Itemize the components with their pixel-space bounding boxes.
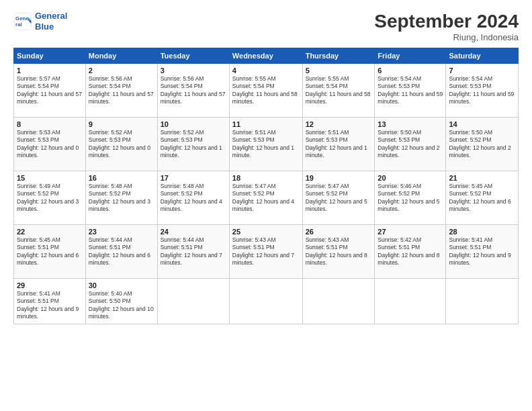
day-number: 1 [17,66,83,75]
col-header-sunday: Sunday [14,48,86,64]
calendar-cell: 1Sunrise: 5:57 AMSunset: 5:54 PMDaylight… [14,64,86,118]
calendar-cell: 13Sunrise: 5:50 AMSunset: 5:53 PMDayligh… [375,118,446,171]
calendar-week-row: 8Sunrise: 5:53 AMSunset: 5:53 PMDaylight… [14,118,519,171]
page: Gene ral General Blue September 2024 Riu… [0,0,532,411]
calendar-cell: 15Sunrise: 5:49 AMSunset: 5:52 PMDayligh… [14,171,86,225]
day-info: Sunrise: 5:57 AMSunset: 5:54 PMDaylight:… [17,75,83,106]
day-number: 6 [378,66,443,75]
day-number: 4 [232,66,300,75]
calendar-cell: 7Sunrise: 5:54 AMSunset: 5:53 PMDaylight… [446,64,519,118]
day-info: Sunrise: 5:42 AMSunset: 5:51 PMDaylight:… [378,236,443,267]
day-number: 5 [306,66,372,75]
day-number: 17 [161,174,226,182]
month-title: September 2024 [374,11,519,32]
day-info: Sunrise: 5:40 AMSunset: 5:50 PMDaylight:… [89,290,154,321]
day-number: 24 [161,228,226,236]
calendar-cell: 17Sunrise: 5:48 AMSunset: 5:52 PMDayligh… [157,171,229,225]
calendar-week-row: 1Sunrise: 5:57 AMSunset: 5:54 PMDaylight… [14,64,519,118]
calendar-cell: 3Sunrise: 5:56 AMSunset: 5:54 PMDaylight… [157,64,229,118]
day-info: Sunrise: 5:47 AMSunset: 5:52 PMDaylight:… [232,183,300,214]
calendar-cell [302,279,375,324]
day-number: 29 [17,281,83,289]
day-info: Sunrise: 5:55 AMSunset: 5:54 PMDaylight:… [232,75,300,106]
day-number: 27 [378,228,443,236]
logo-line2: Blue [35,21,54,32]
calendar-cell: 21Sunrise: 5:45 AMSunset: 5:52 PMDayligh… [446,171,519,225]
calendar-cell: 2Sunrise: 5:56 AMSunset: 5:54 PMDaylight… [85,64,157,118]
calendar-header-row: SundayMondayTuesdayWednesdayThursdayFrid… [14,48,519,64]
calendar-week-row: 15Sunrise: 5:49 AMSunset: 5:52 PMDayligh… [14,171,519,225]
calendar-cell: 25Sunrise: 5:43 AMSunset: 5:51 PMDayligh… [229,225,302,279]
day-info: Sunrise: 5:48 AMSunset: 5:52 PMDaylight:… [161,183,226,214]
day-info: Sunrise: 5:43 AMSunset: 5:51 PMDaylight:… [232,236,300,267]
day-info: Sunrise: 5:41 AMSunset: 5:51 PMDaylight:… [449,236,515,267]
calendar-cell: 29Sunrise: 5:41 AMSunset: 5:51 PMDayligh… [14,279,86,324]
day-info: Sunrise: 5:47 AMSunset: 5:52 PMDaylight:… [306,183,372,214]
calendar-table: SundayMondayTuesdayWednesdayThursdayFrid… [13,48,519,324]
day-info: Sunrise: 5:43 AMSunset: 5:51 PMDaylight:… [306,236,372,267]
day-info: Sunrise: 5:52 AMSunset: 5:53 PMDaylight:… [161,129,226,160]
day-number: 10 [161,120,226,128]
col-header-saturday: Saturday [446,48,519,64]
day-info: Sunrise: 5:50 AMSunset: 5:53 PMDaylight:… [378,129,443,160]
calendar-cell: 18Sunrise: 5:47 AMSunset: 5:52 PMDayligh… [229,171,302,225]
day-number: 19 [306,174,372,182]
calendar-cell: 12Sunrise: 5:51 AMSunset: 5:53 PMDayligh… [302,118,375,171]
day-info: Sunrise: 5:45 AMSunset: 5:52 PMDaylight:… [449,183,515,214]
col-header-tuesday: Tuesday [157,48,229,64]
calendar-cell: 5Sunrise: 5:55 AMSunset: 5:54 PMDaylight… [302,64,375,118]
day-info: Sunrise: 5:52 AMSunset: 5:53 PMDaylight:… [89,129,154,160]
calendar-cell: 26Sunrise: 5:43 AMSunset: 5:51 PMDayligh… [302,225,375,279]
col-header-monday: Monday [85,48,157,64]
day-number: 3 [161,66,226,75]
col-header-friday: Friday [375,48,446,64]
calendar-cell: 20Sunrise: 5:46 AMSunset: 5:52 PMDayligh… [375,171,446,225]
day-info: Sunrise: 5:53 AMSunset: 5:53 PMDaylight:… [17,129,83,160]
calendar-cell: 11Sunrise: 5:51 AMSunset: 5:53 PMDayligh… [229,118,302,171]
day-number: 11 [232,120,300,128]
logo-line1: General [35,11,67,21]
day-number: 23 [89,228,154,236]
calendar-cell: 10Sunrise: 5:52 AMSunset: 5:53 PMDayligh… [157,118,229,171]
day-number: 25 [232,228,300,236]
svg-text:ral: ral [15,21,22,28]
day-info: Sunrise: 5:48 AMSunset: 5:52 PMDaylight:… [89,183,154,214]
day-info: Sunrise: 5:49 AMSunset: 5:52 PMDaylight:… [17,183,83,214]
logo-icon: Gene ral [13,12,32,31]
calendar-cell: 24Sunrise: 5:44 AMSunset: 5:51 PMDayligh… [157,225,229,279]
day-info: Sunrise: 5:41 AMSunset: 5:51 PMDaylight:… [17,290,83,321]
day-number: 12 [306,120,372,128]
day-info: Sunrise: 5:44 AMSunset: 5:51 PMDaylight:… [161,236,226,267]
day-number: 15 [17,174,83,182]
calendar-cell [446,279,519,324]
calendar-cell: 19Sunrise: 5:47 AMSunset: 5:52 PMDayligh… [302,171,375,225]
day-info: Sunrise: 5:51 AMSunset: 5:53 PMDaylight:… [232,129,300,160]
calendar-cell: 14Sunrise: 5:50 AMSunset: 5:52 PMDayligh… [446,118,519,171]
day-number: 8 [17,120,83,128]
day-number: 28 [449,228,515,236]
day-number: 13 [378,120,443,128]
day-info: Sunrise: 5:45 AMSunset: 5:51 PMDaylight:… [17,236,83,267]
day-number: 30 [89,281,154,289]
day-number: 9 [89,120,154,128]
day-number: 26 [306,228,372,236]
location: Riung, Indonesia [374,32,519,42]
day-number: 22 [17,228,83,236]
calendar-cell [157,279,229,324]
calendar-cell: 22Sunrise: 5:45 AMSunset: 5:51 PMDayligh… [14,225,86,279]
logo-text: General Blue [35,11,67,32]
day-info: Sunrise: 5:56 AMSunset: 5:54 PMDaylight:… [89,75,154,106]
calendar-cell: 16Sunrise: 5:48 AMSunset: 5:52 PMDayligh… [85,171,157,225]
title-block: September 2024 Riung, Indonesia [374,11,519,42]
day-number: 16 [89,174,154,182]
day-number: 14 [449,120,515,128]
day-number: 21 [449,174,515,182]
day-number: 2 [89,66,154,75]
header: Gene ral General Blue September 2024 Riu… [13,11,519,42]
col-header-thursday: Thursday [302,48,375,64]
svg-text:Gene: Gene [15,15,29,21]
calendar-cell [229,279,302,324]
day-info: Sunrise: 5:55 AMSunset: 5:54 PMDaylight:… [306,75,372,106]
calendar-cell: 30Sunrise: 5:40 AMSunset: 5:50 PMDayligh… [85,279,157,324]
calendar-cell: 6Sunrise: 5:54 AMSunset: 5:53 PMDaylight… [375,64,446,118]
